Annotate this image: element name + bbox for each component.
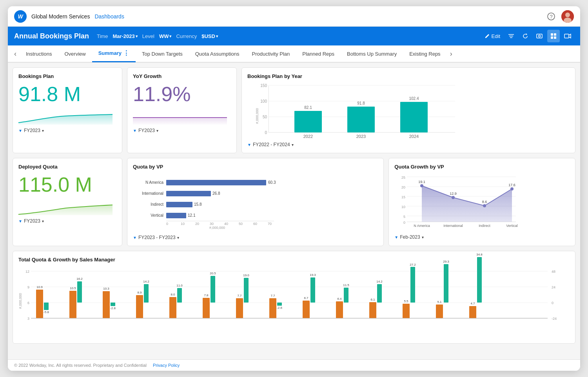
svg-text:100: 100 [260, 99, 267, 103]
svg-text:6: 6 [27, 301, 29, 305]
svg-rect-95 [44, 303, 49, 310]
svg-rect-27 [347, 107, 375, 132]
svg-rect-99 [77, 281, 82, 303]
privacy-policy-link[interactable]: Privacy Policy [153, 363, 180, 368]
workday-logo: W [14, 10, 27, 23]
tab-existing-reps[interactable]: Existing Reps [403, 45, 446, 62]
svg-text:7.7: 7.7 [270, 294, 275, 297]
tab-summary[interactable]: Summary ⋮ [92, 45, 136, 62]
bookings-by-year-title: Bookings Plan by Year [247, 73, 570, 79]
svg-rect-137 [403, 304, 410, 318]
svg-text:150: 150 [260, 83, 267, 88]
svg-text:10.3: 10.3 [103, 287, 109, 290]
svg-text:0: 0 [403, 221, 405, 225]
svg-text:-2.6: -2.6 [277, 306, 282, 310]
svg-text:11.0: 11.0 [176, 284, 183, 287]
svg-rect-38 [166, 191, 211, 196]
quota-by-vp-footer[interactable]: ▼ FY2023 - FY2023 ▾ [133, 235, 378, 240]
refresh-icon[interactable] [519, 30, 532, 42]
svg-point-71 [510, 187, 514, 190]
quota-growth-vp-footer[interactable]: ▼ Feb-2023 ▾ [394, 234, 570, 240]
svg-rect-135 [377, 284, 382, 303]
svg-text:-24: -24 [552, 317, 557, 321]
svg-text:6.4: 6.4 [337, 297, 342, 301]
footer-chevron5-icon: ▾ [177, 236, 179, 240]
svg-rect-13 [554, 36, 556, 39]
tab-more-icon[interactable]: ⋮ [123, 49, 129, 57]
tab-quota-assumptions[interactable]: Quota Assumptions [189, 45, 246, 62]
time-chevron-icon: ▾ [136, 34, 138, 38]
filter-marker3-icon: ▼ [247, 143, 251, 147]
svg-text:7.7: 7.7 [237, 294, 242, 297]
svg-text:15.8: 15.8 [194, 202, 202, 207]
svg-point-69 [452, 196, 455, 199]
svg-text:Vertical: Vertical [151, 213, 163, 218]
svg-rect-30 [400, 102, 428, 132]
quota-by-vp-chart: N America 60.3 International 26.8 Indire… [133, 173, 378, 232]
level-chevron-icon: ▾ [169, 34, 171, 38]
svg-rect-107 [144, 284, 149, 303]
time-filter[interactable]: Mar-2023 ▾ [113, 33, 137, 39]
level-filter[interactable]: WW ▾ [159, 33, 172, 39]
svg-rect-145 [469, 306, 476, 318]
yoy-growth-value: 11.9% [133, 82, 231, 106]
svg-text:2024: 2024 [409, 134, 419, 139]
currency-filter[interactable]: $USD ▾ [201, 33, 218, 39]
svg-text:0: 0 [552, 301, 554, 305]
dashboards-link[interactable]: Dashboards [94, 13, 124, 20]
grid-view-icon[interactable] [547, 30, 560, 42]
bookings-plan-value: 91.8 M [18, 82, 116, 106]
bookings-plan-footer[interactable]: ▼ FY2023 ▾ [18, 128, 116, 133]
tab-next-button[interactable]: › [447, 45, 456, 62]
svg-text:8.0: 8.0 [171, 293, 175, 296]
tab-planned-reps[interactable]: Planned Reps [296, 45, 341, 62]
filter-settings-icon[interactable] [505, 30, 517, 42]
deployed-quota-footer[interactable]: ▼ FY2023 ▾ [18, 218, 116, 224]
svg-text:30: 30 [210, 222, 214, 226]
tab-overview[interactable]: Overview [58, 45, 92, 62]
svg-rect-125 [303, 301, 310, 318]
tab-productivity-plan[interactable]: Productivity Plan [245, 45, 296, 62]
svg-text:25: 25 [401, 176, 405, 179]
svg-text:24: 24 [552, 285, 555, 289]
svg-text:N America: N America [145, 180, 164, 185]
edit-button[interactable]: Edit [481, 32, 503, 41]
tab-bottoms-up[interactable]: Bottoms Up Summary [341, 45, 403, 62]
svg-rect-97 [69, 291, 76, 318]
footer-chevron3-icon: ▾ [292, 143, 294, 147]
svg-text:Indirect: Indirect [151, 202, 163, 207]
svg-rect-11 [554, 33, 556, 36]
tab-instructions[interactable]: Instructions [20, 45, 58, 62]
svg-text:10.9: 10.9 [36, 285, 43, 289]
svg-text:#,000,000: #,000,000 [255, 108, 259, 124]
deployed-quota-sparkline [18, 199, 116, 215]
tabs-bar: ‹ Instructions Overview Summary ⋮ Top Do… [8, 45, 580, 63]
svg-text:International: International [444, 224, 463, 228]
svg-text:10.5: 10.5 [70, 286, 76, 290]
svg-rect-10 [551, 33, 553, 36]
bookings-by-year-footer[interactable]: ▼ FY2022 - FY2024 ▾ [247, 142, 570, 147]
svg-text:-2.8: -2.8 [110, 306, 116, 310]
svg-text:9: 9 [27, 285, 29, 289]
total-quota-card: Total Quota & Growth by Sales Manager 12… [13, 251, 575, 344]
svg-rect-35 [166, 180, 266, 185]
tab-top-down-targets[interactable]: Top Down Targets [136, 45, 189, 62]
svg-text:34.8: 34.8 [476, 253, 483, 256]
video-icon[interactable] [561, 30, 574, 42]
tab-prev-button[interactable]: ‹ [11, 45, 20, 62]
help-icon[interactable]: ? [546, 11, 557, 22]
screenshot-icon[interactable] [533, 30, 546, 42]
svg-text:?: ? [550, 14, 552, 20]
svg-text:8.9: 8.9 [137, 291, 142, 294]
dashboard-row-1: Bookings Plan 91.8 M [13, 67, 575, 153]
svg-text:-5.8: -5.8 [44, 310, 49, 314]
svg-rect-41 [166, 202, 192, 207]
svg-text:60.3: 60.3 [268, 180, 276, 185]
svg-text:82.1: 82.1 [304, 105, 312, 110]
user-avatar[interactable] [561, 10, 574, 23]
svg-rect-93 [36, 290, 43, 318]
svg-point-68 [420, 184, 423, 187]
filter-marker6-icon: ▼ [394, 235, 398, 239]
yoy-growth-footer[interactable]: ▼ FY2023 ▾ [133, 128, 231, 133]
svg-text:4.7: 4.7 [470, 302, 475, 305]
